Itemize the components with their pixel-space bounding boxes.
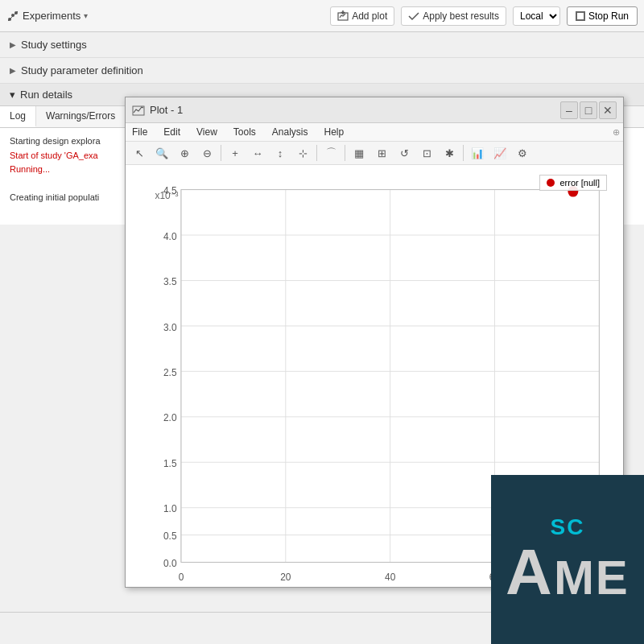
legend-dot [547, 179, 555, 187]
plot-window-icon [132, 104, 145, 117]
plot-maximize-button[interactable]: □ [580, 101, 597, 119]
tool-line-chart[interactable]: 📈 [489, 143, 510, 163]
svg-text:3.5: 3.5 [163, 276, 177, 287]
svg-text:40: 40 [385, 572, 395, 580]
tool-pan[interactable]: ⊹ [292, 143, 313, 163]
svg-text:0.5: 0.5 [163, 530, 177, 542]
stop-icon [576, 11, 585, 21]
tool-refresh[interactable]: ↺ [394, 143, 415, 163]
tab-log[interactable]: Log [0, 106, 36, 127]
apply-best-icon [408, 10, 419, 22]
svg-text:4.5: 4.5 [163, 185, 177, 196]
sc-text: SC [551, 514, 585, 540]
add-plot-button[interactable]: Add plot [330, 6, 394, 26]
tool-curve[interactable]: ⌒ [320, 143, 341, 163]
study-settings-arrow: ▶ [10, 40, 16, 49]
plot-toolbar: ↖ 🔍 ⊕ ⊖ + ↔ ↕ ⊹ ⌒ ▦ ⊞ ↺ ⊡ ✱ 📊 📈 ⚙ [126, 142, 623, 165]
ame-text: AME [506, 540, 630, 605]
menu-file[interactable]: File [129, 125, 151, 139]
app-chevron[interactable]: ▾ [84, 11, 88, 20]
svg-text:3.0: 3.0 [163, 321, 177, 332]
tab-warnings[interactable]: Warnings/Errors [36, 106, 126, 127]
tool-sep-4 [463, 145, 464, 161]
locale-select[interactable]: Local [513, 6, 560, 26]
add-plot-icon [337, 10, 349, 22]
stop-run-button[interactable]: Stop Run [567, 6, 638, 26]
svg-text:2.0: 2.0 [163, 412, 177, 423]
plot-extra-icon[interactable]: ⊕ [613, 127, 620, 138]
plot-titlebar: Plot - 1 – □ ✕ [126, 97, 623, 123]
svg-text:0.0: 0.0 [163, 558, 177, 569]
tool-table[interactable]: ▦ [349, 143, 369, 163]
tool-grid[interactable]: ⊞ [371, 143, 392, 163]
tool-select[interactable]: ⊡ [416, 143, 437, 163]
tool-arrow[interactable]: ↖ [129, 143, 150, 163]
tool-pan-h[interactable]: ↔ [247, 143, 268, 163]
svg-text:1.0: 1.0 [163, 503, 177, 514]
tool-bar-chart[interactable]: 📊 [467, 143, 488, 163]
tool-sep-3 [345, 145, 345, 161]
tool-zoom-in[interactable]: ⊕ [174, 143, 195, 163]
tool-zoom-box[interactable]: 🔍 [151, 143, 172, 163]
tool-sep-1 [221, 145, 221, 161]
plot-minimize-button[interactable]: – [560, 101, 578, 119]
study-settings-header[interactable]: ▶ Study settings [0, 32, 644, 58]
svg-text:4.0: 4.0 [163, 230, 177, 242]
menu-view[interactable]: View [193, 125, 221, 139]
plot-legend: error [null] [539, 175, 607, 191]
tool-crosshair[interactable]: + [225, 143, 246, 163]
svg-text:0: 0 [179, 572, 184, 580]
plot-menubar: File Edit View Tools Analysis Help ⊕ [126, 123, 623, 142]
menu-tools[interactable]: Tools [230, 125, 259, 139]
tool-settings[interactable]: ⚙ [512, 143, 533, 163]
menu-edit[interactable]: Edit [160, 125, 184, 139]
app-icon [6, 10, 19, 23]
menu-analysis[interactable]: Analysis [269, 125, 312, 139]
study-param-header[interactable]: ▶ Study parameter definition [0, 58, 644, 84]
top-toolbar: Experiments ▾ Add plot Apply best result… [0, 0, 644, 32]
legend-label: error [null] [559, 178, 600, 188]
run-details-arrow: ▾ [10, 89, 15, 101]
plot-title-text: Plot - 1 [150, 104, 559, 116]
svg-line-3 [8, 11, 18, 21]
sc-ame-logo: SC AME [491, 475, 644, 644]
menu-help[interactable]: Help [321, 125, 348, 139]
apply-best-button[interactable]: Apply best results [401, 6, 506, 26]
tool-zoom-out[interactable]: ⊖ [196, 143, 217, 163]
plot-close-button[interactable]: ✕ [599, 101, 617, 119]
study-param-arrow: ▶ [10, 66, 16, 75]
app-title: Experiments ▾ [6, 10, 88, 23]
svg-text:2.5: 2.5 [163, 367, 177, 378]
tool-sep-2 [316, 145, 317, 161]
tool-pan-v[interactable]: ↕ [270, 143, 291, 163]
svg-text:20: 20 [280, 572, 291, 580]
svg-text:1.5: 1.5 [163, 458, 177, 469]
app-title-text: Experiments [23, 10, 80, 22]
tool-pin[interactable]: ✱ [439, 143, 460, 163]
